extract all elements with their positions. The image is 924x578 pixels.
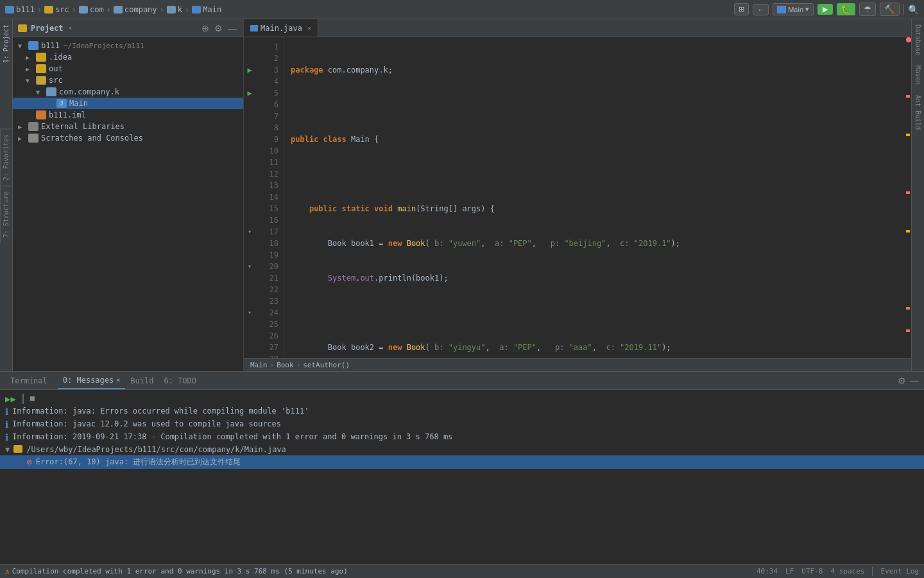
minimize-bottom-btn[interactable]: — (910, 376, 919, 386)
tree-label-b111: b111 (41, 41, 60, 50)
bc-editor-setauthor[interactable]: setAuthor() (303, 361, 350, 369)
expand-icon: ▼ (5, 445, 10, 454)
package-icon (46, 87, 56, 96)
back-button[interactable]: ← (753, 4, 769, 15)
package-icon (79, 6, 88, 13)
bc-main[interactable]: Main (192, 5, 221, 14)
gutter-6 (244, 99, 255, 110)
gutter-fold-24[interactable]: ▾ (244, 307, 255, 319)
tree-label-idea: .idea (49, 53, 72, 62)
project-tab[interactable]: 1: Project (1, 19, 12, 68)
arrow-extlibs: ▶ (18, 123, 26, 130)
run-config-dropdown[interactable]: Main ▾ (773, 3, 814, 15)
maven-tab[interactable]: Maven (912, 60, 923, 90)
bc-src[interactable]: src (44, 5, 69, 14)
gutter-fold-20[interactable]: ▾ (244, 261, 255, 272)
msg-row-3: ℹ Information: 2019-09-21 17:38 - Compil… (0, 431, 924, 444)
panel-dropdown-arrow[interactable]: ▾ (69, 24, 73, 31)
info-icon-1: ℹ (5, 407, 8, 417)
ant-build-tab[interactable]: Ant Build (912, 90, 923, 135)
build-tab-btn[interactable]: Build (125, 372, 158, 389)
tree-item-package[interactable]: ▼ com.company.k (13, 86, 243, 98)
run-gutter: ▶ ▶ ▾ ▾ (244, 37, 255, 358)
tree-item-extlibs[interactable]: ▶ External Libraries (13, 121, 243, 132)
gutter-23 (244, 295, 255, 307)
bc-b111[interactable]: b111 (5, 5, 35, 14)
bc-editor-main[interactable]: Main (250, 361, 268, 369)
msg-row-file[interactable]: ▼ /Users/wby/IdeaProjects/b111/src/com/c… (0, 444, 924, 455)
gutter-2 (244, 53, 255, 64)
position-indicator[interactable]: 40:34 (757, 567, 778, 575)
msg-text-3: Information: 2019-09-21 17:38 - Compilat… (12, 432, 919, 441)
right-gutter (902, 37, 911, 358)
project-tree: ▼ b111 ~/IdeaProjects/b111 ▶ .idea ▶ out… (13, 37, 243, 371)
gutter-run-3[interactable]: ▶ (244, 64, 255, 76)
layout-button[interactable]: ⊞ (734, 3, 749, 15)
info-icon-2: ℹ (5, 419, 8, 430)
gear-bottom-btn[interactable]: ⚙ (898, 376, 906, 386)
indent-indicator[interactable]: 4 spaces (830, 567, 864, 575)
status-right: 40:34 LF UTF-8 4 spaces Event Log (757, 567, 919, 576)
tree-item-scratches[interactable]: ▶ Scratches and Consoles (13, 132, 243, 144)
bc-company[interactable]: company (114, 5, 157, 14)
tree-item-iml[interactable]: b111.iml (13, 109, 243, 121)
tree-item-src[interactable]: ▼ src (13, 74, 243, 86)
build-button[interactable]: 🔨 (880, 3, 900, 16)
gutter-10 (244, 145, 255, 157)
line-4 (291, 168, 896, 180)
error-indicator (906, 37, 911, 42)
messages-close[interactable]: ✕ (116, 376, 120, 383)
gutter-19 (244, 249, 255, 261)
error-marker-3 (906, 307, 910, 310)
tree-item-idea[interactable]: ▶ .idea (13, 51, 243, 63)
gear-button[interactable]: ⚙ (213, 23, 224, 33)
code-editor[interactable]: ▶ ▶ ▾ ▾ (244, 37, 911, 358)
line-7: System.out.println(book1); (291, 272, 896, 284)
favorites-tab[interactable]: 2: Favorites (0, 128, 12, 186)
debug-button[interactable]: 🐛 (837, 3, 855, 15)
run-button[interactable]: ▶ (817, 4, 833, 15)
scope-button[interactable]: ⊕ (200, 23, 210, 33)
line-8 (291, 307, 896, 319)
project-panel: Project ▾ ⊕ ⚙ — ▼ b111 ~/IdeaProjects/b1… (13, 19, 244, 371)
tree-item-b111[interactable]: ▼ b111 ~/IdeaProjects/b111 (13, 40, 243, 51)
msg-row-error[interactable]: ⊘ Error:(67, 10) java: 进行语法分析时已到达文件结尾 (0, 455, 924, 469)
java-icon-main: J (56, 99, 67, 108)
todo-tab-btn[interactable]: 6: TODO (158, 372, 201, 389)
search-icon[interactable]: 🔍 (908, 4, 919, 15)
database-tab[interactable]: Database (912, 19, 923, 60)
tree-label-extlibs: External Libraries (41, 122, 124, 131)
bc-com[interactable]: com (79, 5, 104, 14)
bc-k[interactable]: k (167, 5, 182, 14)
error-marker-4 (906, 329, 910, 332)
gutter-run-5[interactable]: ▶ (244, 87, 255, 99)
gutter-14 (244, 191, 255, 203)
gutter-25 (244, 319, 255, 330)
error-marker-2 (906, 191, 910, 194)
line-sep-indicator[interactable]: LF (785, 567, 794, 575)
tab-main-java[interactable]: Main.java ✕ (244, 19, 318, 37)
tree-item-main[interactable]: J Main (13, 98, 243, 109)
arrow-idea: ▶ (26, 54, 33, 61)
messages-tab-btn[interactable]: 0: Messages ✕ (58, 372, 126, 389)
arrow-b111: ▼ (18, 42, 26, 49)
folder-icon-out (36, 64, 46, 73)
folder-icon (44, 6, 53, 13)
stop-btn[interactable]: ■ (30, 394, 35, 403)
panel-title: Project (31, 24, 64, 33)
coverage-button[interactable]: ☂ (859, 3, 876, 16)
run-msgs-btn[interactable]: ▶▶ (5, 394, 16, 404)
bc-editor-book[interactable]: Book (277, 361, 294, 369)
collapse-button[interactable]: — (227, 23, 238, 33)
event-log-btn[interactable]: Event Log (880, 567, 919, 575)
encoding-indicator[interactable]: UTF-8 (801, 567, 823, 575)
gutter-fold-17[interactable]: ▾ (244, 226, 255, 238)
status-left: ⚠ Compilation completed with 1 error and… (5, 567, 348, 575)
code-content[interactable]: package com.company.k; public class Main… (284, 37, 902, 358)
structure-tab[interactable]: 7: Structure (0, 186, 12, 243)
line-1: package com.company.k; (291, 64, 896, 76)
tree-item-out[interactable]: ▶ out (13, 63, 243, 74)
msg-file-path: /Users/wby/IdeaProjects/b111/src/com/com… (26, 445, 919, 454)
tab-close-btn[interactable]: ✕ (307, 24, 311, 31)
terminal-tab[interactable]: Terminal (5, 376, 53, 385)
